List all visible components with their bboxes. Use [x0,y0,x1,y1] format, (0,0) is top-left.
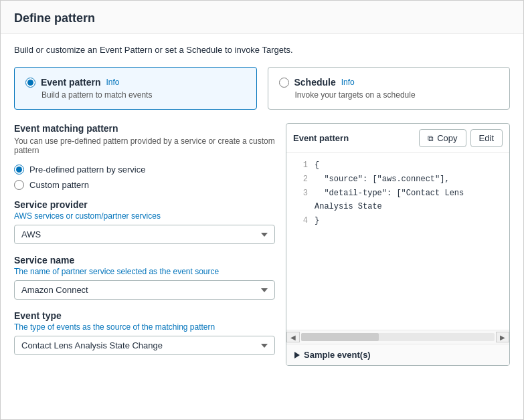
custom-option[interactable]: Custom pattern [14,180,275,190]
predefined-radio[interactable] [14,165,24,175]
event-type-label: Event type [14,310,275,321]
service-provider-select[interactable]: AWS Custom/Partner [14,225,275,244]
event-type-hint: The type of events as the source of the … [14,322,275,332]
service-name-select[interactable]: Amazon Connect Amazon S3 Amazon EC2 [14,280,275,300]
scroll-track[interactable] [301,333,495,341]
sample-events-label: Sample event(s) [304,350,371,360]
edit-button[interactable]: Edit [470,129,503,147]
expand-triangle-icon [294,352,300,358]
event-pattern-radio[interactable] [25,78,35,88]
event-matching-desc: You can use pre-defined pattern provided… [14,136,275,155]
code-line: 2 "source": ["aws.connect"], [286,173,509,187]
schedule-info-link[interactable]: Info [341,78,355,87]
service-provider-label: Service provider [14,199,275,210]
schedule-radio[interactable] [279,78,289,88]
code-line: 4 } [286,214,509,228]
schedule-option[interactable]: Schedule Info Invoke your targets on a s… [268,67,511,110]
code-line: 1 { [286,159,509,173]
page-title: Define pattern [14,11,510,25]
sample-events-row[interactable]: Sample event(s) [286,344,509,365]
service-provider-hint: AWS services or custom/partner services [14,211,275,221]
code-area: 1 { 2 "source": ["aws.connect"], 3 "deta… [286,153,509,330]
horizontal-scrollbar[interactable]: ◀ ▶ [286,330,509,344]
custom-radio[interactable] [14,180,24,190]
copy-icon: ⧉ [428,134,434,143]
copy-button[interactable]: ⧉ Copy [419,129,466,147]
service-name-hint: The name of partner service selected as … [14,267,275,276]
event-pattern-desc: Build a pattern to match events [41,90,246,100]
event-pattern-option[interactable]: Event pattern Info Build a pattern to ma… [14,67,257,110]
event-matching-title: Event matching pattern [14,123,275,134]
event-type-select[interactable]: Contact Lens Analysis State Change All E… [14,336,275,355]
code-panel-title: Event pattern [293,133,349,143]
intro-text: Build or customize an Event Pattern or s… [14,45,510,55]
scroll-right-arrow[interactable]: ▶ [496,332,509,342]
schedule-desc: Invoke your targets on a schedule [295,90,499,100]
scroll-left-arrow[interactable]: ◀ [286,332,300,342]
code-line: 3 "detail-type": ["Contact Lens Analysis… [286,187,509,213]
event-pattern-info-link[interactable]: Info [106,78,119,87]
service-name-label: Service name [14,255,275,266]
scroll-thumb [301,333,379,341]
predefined-option[interactable]: Pre-defined pattern by service [14,165,275,175]
